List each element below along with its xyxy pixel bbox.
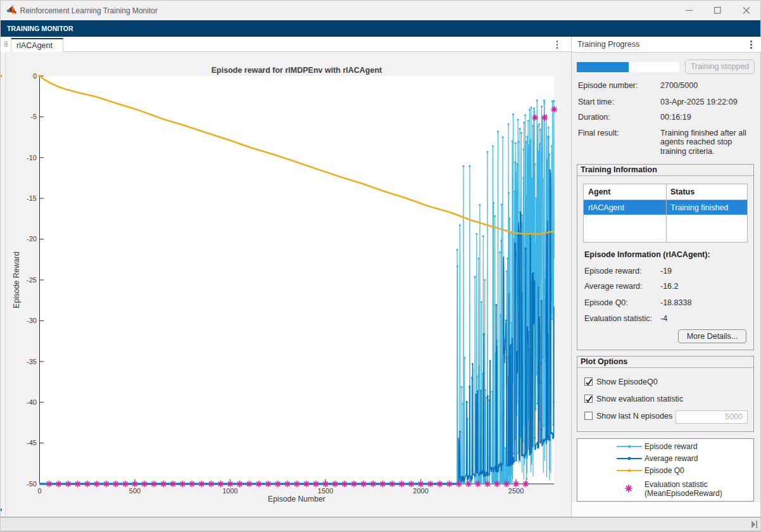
svg-text:-40: -40 <box>27 398 37 406</box>
svg-text:Evaluation statistic: Evaluation statistic <box>645 480 707 489</box>
svg-text:0: 0 <box>37 487 41 495</box>
svg-text:-45: -45 <box>27 439 37 446</box>
svg-text:2000: 2000 <box>413 487 428 495</box>
svg-text:-35: -35 <box>27 358 37 365</box>
svg-text:-20: -20 <box>27 235 37 243</box>
svg-text:-25: -25 <box>27 276 37 284</box>
svg-text:1000: 1000 <box>222 487 237 495</box>
svg-text:-10: -10 <box>27 154 37 162</box>
svg-text:Episode reward: Episode reward <box>645 442 697 451</box>
svg-text:Episode Number: Episode Number <box>268 495 325 504</box>
svg-text:-50: -50 <box>27 480 37 488</box>
svg-text:-30: -30 <box>27 317 37 324</box>
svg-text:Episode Reward: Episode Reward <box>12 251 21 308</box>
svg-text:(MeanEpisodeReward): (MeanEpisodeReward) <box>645 489 722 498</box>
svg-text:2500: 2500 <box>508 487 524 495</box>
svg-text:Episode reward for rlMDPEnv wi: Episode reward for rlMDPEnv with rlACAge… <box>211 66 382 75</box>
svg-text:1500: 1500 <box>318 487 333 495</box>
svg-text:Episode Q0: Episode Q0 <box>645 466 684 475</box>
svg-text:500: 500 <box>129 487 141 495</box>
svg-text:0: 0 <box>33 72 37 80</box>
svg-text:-5: -5 <box>30 113 37 120</box>
svg-text:Average reward: Average reward <box>645 454 698 463</box>
svg-text:-15: -15 <box>27 194 37 202</box>
